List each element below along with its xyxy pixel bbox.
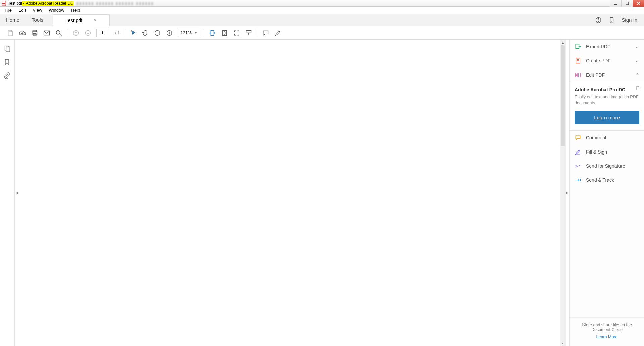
tool-label: Create PDF: [586, 58, 611, 63]
tool-label: Send & Track: [586, 177, 614, 183]
window-titlebar: Test.pdf - Adobe Acrobat Reader DC ▮▮▮▮▮…: [0, 0, 644, 7]
tool-send-signature[interactable]: Send for Signature: [570, 159, 644, 173]
tab-close-icon[interactable]: ×: [94, 18, 97, 23]
tab-document[interactable]: Test.pdf ×: [53, 14, 110, 26]
window-title-app: Adobe Acrobat Reader DC: [26, 1, 73, 6]
menu-view[interactable]: View: [29, 7, 45, 14]
svg-point-15: [56, 30, 60, 34]
fill-sign-icon: [575, 148, 581, 155]
left-rail: [0, 40, 15, 346]
svg-rect-33: [576, 73, 578, 75]
bookmark-icon[interactable]: [4, 58, 11, 66]
chevron-down-icon: ⌄: [635, 58, 639, 63]
menu-window[interactable]: Window: [45, 7, 67, 14]
tab-strip: Home Tools Test.pdf × Sign In: [0, 14, 644, 26]
save-icon[interactable]: [7, 29, 14, 37]
zoom-in-icon[interactable]: [166, 29, 173, 37]
zoom-out-icon[interactable]: [154, 29, 161, 37]
cloud-upload-icon[interactable]: [19, 29, 26, 37]
svg-rect-13: [33, 33, 36, 35]
mobile-icon[interactable]: [608, 16, 615, 24]
scroll-down-icon[interactable]: ▾: [560, 340, 565, 346]
document-area: ◂ ▴ ▾: [15, 40, 565, 346]
blurred-tabs: ▮▮▮▮▮▮ ▮▮▮▮▮▮ ▮▮▮▮▮▮ ▮▮▮▮▮▮: [76, 1, 154, 6]
sign-in-link[interactable]: Sign In: [622, 17, 637, 23]
menu-file[interactable]: File: [1, 7, 15, 14]
left-panel-handle[interactable]: ◂: [15, 186, 19, 200]
fit-width-icon[interactable]: [209, 29, 216, 37]
hand-tool-icon[interactable]: [142, 29, 149, 37]
footer-learn-more-link[interactable]: Learn More: [577, 335, 637, 339]
svg-rect-26: [246, 30, 251, 32]
zoom-select[interactable]: 131% ▾: [178, 29, 199, 37]
learn-more-button[interactable]: Learn more: [575, 111, 639, 124]
send-signature-icon: [575, 163, 581, 169]
page-up-icon[interactable]: [72, 29, 80, 37]
tool-label: Fill & Sign: [586, 149, 607, 155]
selection-tool-icon[interactable]: [130, 29, 137, 37]
cloud-footer: Store and share files in the Document Cl…: [570, 317, 644, 346]
promo-desc: Easily edit text and images in PDF docum…: [575, 94, 639, 106]
right-panel-handle[interactable]: ▸: [565, 40, 569, 346]
main-area: ◂ ▴ ▾ ▸ Export PDF ⌄ Create PDF ⌄ Edit P…: [0, 40, 644, 346]
fullscreen-icon[interactable]: [233, 29, 240, 37]
help-icon[interactable]: [595, 16, 602, 24]
tool-create-pdf[interactable]: Create PDF ⌄: [570, 54, 644, 68]
zoom-value: 131%: [180, 30, 191, 35]
menu-help[interactable]: Help: [68, 7, 84, 14]
page-number-input[interactable]: [96, 29, 108, 37]
read-mode-icon[interactable]: [245, 29, 252, 37]
minimize-button[interactable]: [610, 0, 621, 7]
toolbar-separator: [204, 29, 204, 37]
chevron-up-icon: ⌃: [635, 72, 639, 78]
close-button[interactable]: [633, 0, 644, 7]
print-icon[interactable]: [31, 29, 38, 37]
edit-pdf-promo: Adobe Acrobat Pro DC Easily edit text an…: [570, 82, 644, 131]
export-pdf-icon: [575, 43, 581, 50]
svg-point-17: [73, 30, 79, 35]
window-controls: [610, 0, 644, 7]
tool-comment[interactable]: Comment: [570, 131, 644, 145]
fit-page-icon[interactable]: [221, 29, 228, 37]
svg-rect-35: [579, 73, 581, 77]
email-icon[interactable]: [43, 29, 50, 37]
menu-edit[interactable]: Edit: [15, 7, 29, 14]
tool-fill-sign[interactable]: Fill & Sign: [570, 145, 644, 159]
attachment-icon[interactable]: [4, 72, 11, 79]
scroll-track[interactable]: [560, 45, 565, 340]
tool-send-track[interactable]: Send & Track: [570, 173, 644, 187]
svg-rect-25: [222, 30, 227, 35]
tool-label: Edit PDF: [586, 72, 605, 78]
maximize-button[interactable]: [621, 0, 633, 7]
scroll-thumb[interactable]: [561, 45, 565, 146]
pdf-file-icon: [1, 1, 7, 6]
document-canvas[interactable]: [15, 40, 560, 346]
page-down-icon[interactable]: [84, 29, 92, 37]
comment-icon[interactable]: [262, 29, 269, 37]
tool-edit-pdf[interactable]: Edit PDF ⌃: [570, 68, 644, 82]
toolbar-separator: [125, 29, 125, 37]
vertical-scrollbar[interactable]: ▴ ▾: [560, 40, 565, 346]
tool-label: Send for Signature: [586, 163, 625, 169]
svg-point-7: [598, 21, 599, 21]
edit-pdf-icon: [575, 72, 581, 78]
scroll-up-icon[interactable]: ▴: [560, 40, 565, 45]
chevron-down-icon: ⌄: [635, 44, 639, 49]
window-title-file: Test.pdf: [8, 1, 22, 6]
tab-tools[interactable]: Tools: [26, 14, 49, 26]
caret-down-icon: ▾: [195, 31, 197, 35]
svg-rect-1: [2, 3, 5, 4]
svg-rect-34: [576, 76, 578, 77]
menu-bar: File Edit View Window Help: [0, 7, 644, 14]
main-toolbar: / 1 131% ▾: [0, 26, 644, 40]
svg-point-43: [580, 181, 581, 181]
send-track-icon: [575, 177, 581, 183]
promo-title: Adobe Acrobat Pro DC: [575, 87, 639, 92]
tab-home[interactable]: Home: [0, 14, 26, 26]
tool-export-pdf[interactable]: Export PDF ⌄: [570, 40, 644, 54]
create-pdf-icon: [575, 57, 581, 64]
svg-point-40: [579, 165, 580, 166]
thumbnails-icon[interactable]: [4, 45, 11, 52]
search-icon[interactable]: [55, 29, 62, 37]
highlight-icon[interactable]: [274, 29, 282, 37]
